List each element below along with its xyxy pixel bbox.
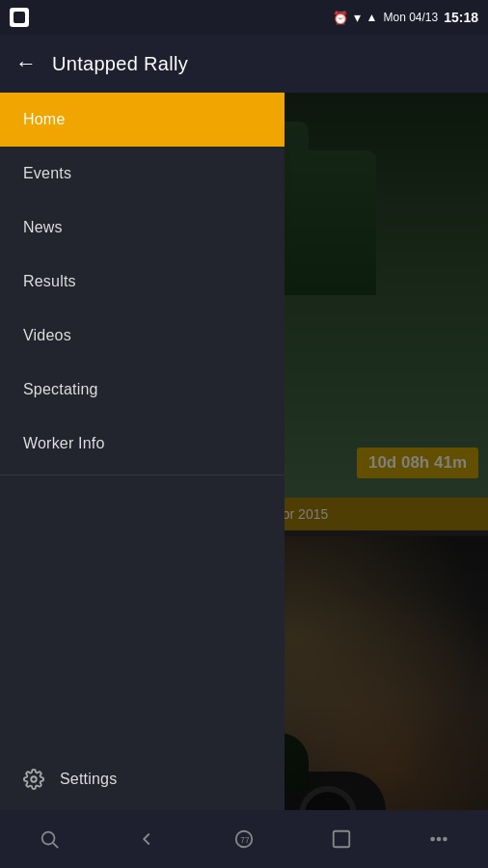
app-title: Untapped Rally: [52, 53, 188, 75]
sidebar-item-news[interactable]: News: [0, 201, 285, 255]
svg-text:77: 77: [240, 836, 250, 845]
status-bar-left: [10, 8, 29, 27]
sidebar-item-settings[interactable]: Settings: [0, 752, 285, 806]
videos-label: Videos: [23, 327, 71, 344]
bottom-bar: 77: [0, 810, 488, 868]
sidebar-item-videos[interactable]: Videos: [0, 309, 285, 363]
wifi-icon: ▾: [354, 10, 361, 25]
svg-point-11: [444, 838, 447, 841]
gear-icon: [23, 769, 44, 790]
sidebar-item-worker-info[interactable]: Worker Info: [0, 417, 285, 471]
home-label: Home: [23, 111, 65, 128]
settings-label: Settings: [60, 771, 117, 788]
square-button[interactable]: [320, 818, 363, 860]
main-content: 10d 08h 41m Ken Block Adds Two Rally Ame…: [0, 93, 488, 868]
time: 15:18: [444, 10, 478, 25]
svg-point-4: [41, 832, 54, 845]
svg-point-9: [432, 838, 435, 841]
search-button[interactable]: [28, 818, 70, 860]
svg-point-0: [31, 776, 37, 782]
svg-line-5: [53, 843, 58, 848]
alarm-icon: ⏰: [333, 11, 348, 25]
datetime: Mon 04/13: [383, 11, 438, 24]
blackberry-icon: [10, 8, 29, 27]
back-button[interactable]: ←: [15, 51, 37, 76]
worker-info-label: Worker Info: [23, 435, 105, 452]
news-label: News: [23, 219, 63, 236]
back-button-bottom[interactable]: [125, 818, 168, 860]
events-label: Events: [23, 165, 71, 182]
nav-divider: [0, 475, 285, 475]
navigation-drawer: Home Events News Results Videos Spectati…: [0, 93, 285, 868]
svg-rect-8: [334, 831, 350, 848]
app-bar: ← Untapped Rally: [0, 35, 488, 93]
sidebar-item-spectating[interactable]: Spectating: [0, 363, 285, 417]
more-button[interactable]: [418, 818, 460, 860]
status-bar: ⏰ ▾ ▲ Mon 04/13 15:18: [0, 0, 488, 35]
sidebar-item-results[interactable]: Results: [0, 255, 285, 309]
spectating-label: Spectating: [23, 381, 98, 398]
signal-icon: ▲: [366, 11, 378, 24]
svg-point-10: [438, 838, 441, 841]
results-label: Results: [23, 273, 76, 290]
sidebar-item-home[interactable]: Home: [0, 93, 285, 147]
circle-icon[interactable]: 77: [223, 818, 265, 860]
status-bar-right: ⏰ ▾ ▲ Mon 04/13 15:18: [333, 10, 478, 25]
sidebar-item-events[interactable]: Events: [0, 147, 285, 201]
